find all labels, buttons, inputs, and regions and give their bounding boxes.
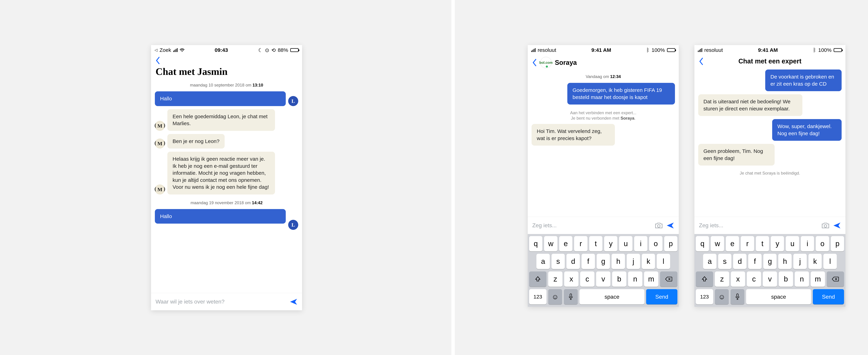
key-q[interactable]: q [529,236,542,251]
key-e[interactable]: e [726,236,739,251]
key-y[interactable]: y [771,236,784,251]
emoji-key[interactable]: ☺ [548,289,562,305]
message-bubble-out[interactable]: De voorkant is gebroken en er zit een kr… [765,70,842,91]
send-icon[interactable] [666,221,674,229]
key-o[interactable]: o [649,236,662,251]
key-o[interactable]: o [816,236,829,251]
backspace-key[interactable] [660,272,677,287]
key-d[interactable]: d [733,254,746,269]
message-bubble-in[interactable]: Een hele goedemiddag Leon, je chat met M… [167,109,275,131]
key-z[interactable]: z [548,272,562,287]
chat-input[interactable] [156,298,286,305]
numbers-key[interactable]: 123 [529,289,547,305]
key-b[interactable]: b [779,272,793,287]
key-l[interactable]: l [824,254,837,269]
date-separator: maandag 19 november 2018 om 14:42 [155,200,298,205]
key-c[interactable]: c [747,272,761,287]
back-icon[interactable] [699,58,704,65]
mic-icon [568,293,573,300]
chat-body[interactable]: De voorkant is gebroken en er zit een kr… [694,66,845,217]
key-v[interactable]: v [596,272,610,287]
send-icon[interactable] [289,298,298,306]
key-r[interactable]: r [574,236,587,251]
message-bubble-in[interactable]: Geen probleem, Tim. Nog een fijne dag! [698,144,775,166]
key-x[interactable]: x [564,272,579,287]
key-q[interactable]: q [696,236,709,251]
key-k[interactable]: k [808,254,822,269]
key-n[interactable]: n [628,272,642,287]
message-bubble-in[interactable]: Dat is uiteraard niet de bedoeling! We s… [698,94,802,116]
key-y[interactable]: y [604,236,617,251]
keyboard-send-key[interactable]: Send [813,289,844,305]
camera-icon[interactable] [822,222,830,229]
message-row-in: M Helaas krijg ik geen reactie meer van … [155,152,298,194]
key-s[interactable]: s [718,254,732,269]
emoji-key[interactable]: ☺ [715,289,729,305]
key-i[interactable]: i [801,236,814,251]
key-j[interactable]: j [627,254,640,269]
key-k[interactable]: k [642,254,655,269]
chat-input[interactable] [699,222,818,228]
key-w[interactable]: w [711,236,724,251]
key-m[interactable]: m [811,272,825,287]
chat-body[interactable]: maandag 10 september 2018 om 13:10 Hallo… [151,80,302,293]
backspace-key[interactable] [827,272,844,287]
shift-key[interactable] [696,272,713,287]
key-z[interactable]: z [715,272,729,287]
camera-icon[interactable] [655,222,663,229]
svg-point-0 [657,224,660,227]
message-bubble-out[interactable]: Goedemorgen, ik heb gisteren FIFA 19 bes… [567,83,675,105]
chat-input[interactable] [532,222,651,228]
key-s[interactable]: s [552,254,565,269]
keyboard-row-3: zxcvbnm [529,272,677,287]
key-f[interactable]: f [748,254,762,269]
key-g[interactable]: g [763,254,777,269]
key-c[interactable]: c [580,272,594,287]
key-p[interactable]: p [831,236,844,251]
key-b[interactable]: b [612,272,626,287]
message-bubble-out[interactable]: Hallo [155,209,286,224]
keyboard: qwertyuiop asdfghjkl zxcvbnm 123 ☺ space… [694,234,845,307]
key-d[interactable]: d [566,254,580,269]
shift-key[interactable] [529,272,547,287]
key-h[interactable]: h [778,254,792,269]
chat-body[interactable]: Vandaag om 12:34 Goedemorgen, ik heb gis… [528,68,679,217]
send-icon[interactable] [833,221,841,229]
key-u[interactable]: u [786,236,799,251]
key-r[interactable]: r [741,236,754,251]
key-h[interactable]: h [612,254,625,269]
carrier-name: Zoek [159,47,171,53]
key-v[interactable]: v [763,272,777,287]
message-bubble-in[interactable]: Hoi Tim. Wat vervelend zeg, wat is er pr… [532,124,615,146]
message-row-in: M Een hele goedemiddag Leon, je chat met… [155,109,298,131]
key-t[interactable]: t [756,236,769,251]
key-f[interactable]: f [582,254,595,269]
message-bubble-out[interactable]: Wow, super, dankjewel. Nog een fijne dag… [772,119,842,141]
key-w[interactable]: w [544,236,557,251]
key-n[interactable]: n [795,272,809,287]
key-a[interactable]: a [703,254,716,269]
mic-key[interactable] [564,289,578,305]
key-l[interactable]: l [657,254,670,269]
key-x[interactable]: x [731,272,745,287]
keyboard: qwertyuiop asdfghjkl zxcvbnm 123 ☺ space… [528,234,679,307]
space-key[interactable]: space [580,289,644,305]
message-bubble-in[interactable]: Helaas krijg ik geen reactie meer van je… [167,152,275,194]
key-u[interactable]: u [619,236,632,251]
back-icon[interactable] [532,59,537,66]
message-bubble-in[interactable]: Ben je er nog Leon? [167,134,225,149]
message-bubble-out[interactable]: Hallo [155,91,286,106]
numbers-key[interactable]: 123 [696,289,713,305]
key-g[interactable]: g [597,254,610,269]
back-icon[interactable] [155,57,160,64]
mic-key[interactable] [731,289,744,305]
key-a[interactable]: a [536,254,550,269]
key-m[interactable]: m [644,272,658,287]
key-p[interactable]: p [664,236,677,251]
key-i[interactable]: i [634,236,647,251]
space-key[interactable]: space [746,289,811,305]
key-e[interactable]: e [559,236,572,251]
key-t[interactable]: t [589,236,602,251]
key-j[interactable]: j [793,254,807,269]
keyboard-send-key[interactable]: Send [646,289,677,305]
